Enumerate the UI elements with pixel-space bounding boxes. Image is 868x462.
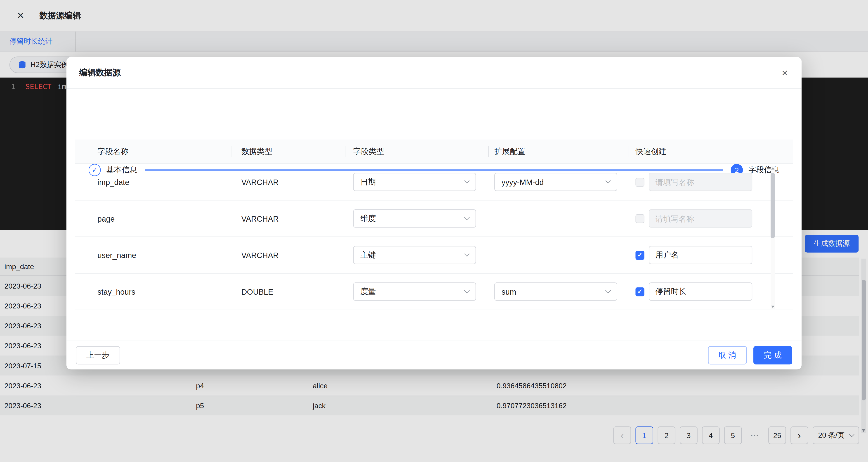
chevron-down-icon <box>464 215 470 220</box>
cancel-button[interactable]: 取 消 <box>708 346 747 365</box>
quick-name-input[interactable] <box>649 173 752 191</box>
col-data-type: 数据类型 <box>231 140 345 163</box>
data-type: VARCHAR <box>231 251 345 259</box>
modal-header: 编辑数据源 ✕ <box>66 57 802 89</box>
field-table-header: 字段名称 数据类型 字段类型 扩展配置 快速创建 <box>75 140 793 164</box>
quick-create-checkbox[interactable] <box>636 214 644 223</box>
field-row-stay-hours: stay_hours DOUBLE 度量 sum ✓ <box>75 274 793 310</box>
field-row-user-name: user_name VARCHAR 主键 ✓ <box>75 237 793 274</box>
col-field-type: 字段类型 <box>345 140 488 163</box>
field-type-select[interactable]: 维度 <box>353 209 476 228</box>
data-type: DOUBLE <box>231 287 345 296</box>
scrollbar-thumb[interactable] <box>771 173 775 238</box>
ext-config-select[interactable]: sum <box>494 282 617 301</box>
col-field-name: 字段名称 <box>75 140 231 163</box>
scrollbar-up-icon[interactable] <box>771 167 774 170</box>
chevron-down-icon <box>464 288 470 293</box>
field-name: page <box>75 214 231 223</box>
chevron-down-icon <box>605 178 611 183</box>
modal-title: 编辑数据源 <box>79 67 121 78</box>
field-type-select[interactable]: 主键 <box>353 246 476 264</box>
col-ext-config: 扩展配置 <box>488 140 628 163</box>
chevron-down-icon <box>464 251 470 257</box>
quick-name-input[interactable] <box>649 246 752 264</box>
ext-config-select[interactable]: yyyy-MM-dd <box>494 173 617 191</box>
field-table: 字段名称 数据类型 字段类型 扩展配置 快速创建 imp_date VARCHA… <box>75 140 793 310</box>
field-type-select[interactable]: 日期 <box>353 173 476 191</box>
quick-create-checkbox[interactable] <box>636 178 644 186</box>
prev-step-button[interactable]: 上一步 <box>76 346 120 365</box>
field-name: user_name <box>75 251 231 259</box>
field-name: imp_date <box>75 178 231 186</box>
edit-datasource-modal: 编辑数据源 ✕ ✓ 基本信息 2 字段信息 字段名称 数据类型 字段类型 扩展配… <box>66 57 802 369</box>
field-row-page: page VARCHAR 维度 <box>75 201 793 237</box>
chevron-down-icon <box>464 178 470 183</box>
scrollbar-down-icon[interactable] <box>771 306 774 308</box>
field-name: stay_hours <box>75 287 231 296</box>
field-table-scrollbar[interactable] <box>771 166 775 309</box>
data-type: VARCHAR <box>231 178 345 186</box>
chevron-down-icon <box>605 288 611 293</box>
modal-close-icon[interactable]: ✕ <box>781 68 788 78</box>
field-row-imp-date: imp_date VARCHAR 日期 yyyy-MM-dd <box>75 164 793 201</box>
quick-create-checkbox[interactable]: ✓ <box>636 251 644 259</box>
quick-name-input[interactable] <box>649 282 752 301</box>
quick-name-input[interactable] <box>649 209 752 228</box>
app: ✕ 数据源编辑 停留时长统计 H2数据实例 1 SELECT imp 生成数据源… <box>0 0 868 462</box>
finish-button[interactable]: 完 成 <box>753 346 792 365</box>
col-quick-create: 快速创建 <box>628 140 793 163</box>
data-type: VARCHAR <box>231 214 345 223</box>
field-type-select[interactable]: 度量 <box>353 282 476 301</box>
modal-footer: 上一步 取 消 完 成 <box>66 341 802 369</box>
quick-create-checkbox[interactable]: ✓ <box>636 287 644 296</box>
